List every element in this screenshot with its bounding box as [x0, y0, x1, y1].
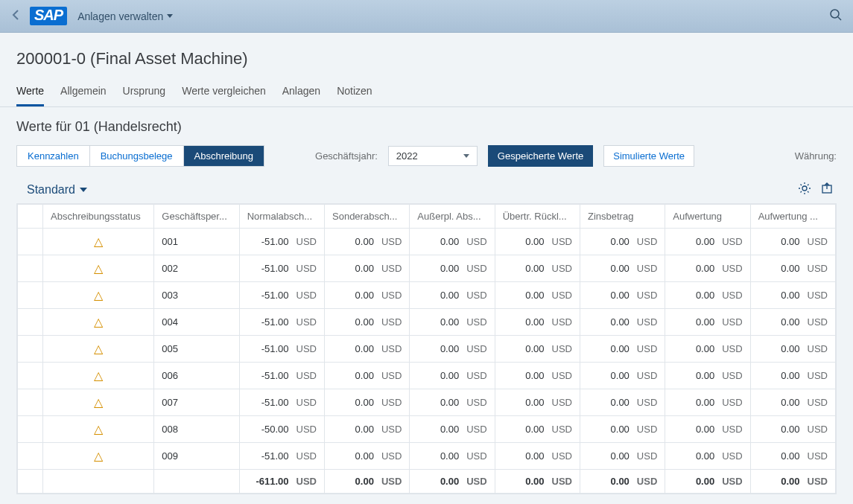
value-cell: 0.00USD — [495, 229, 580, 255]
tab-vgl[interactable]: Werte vergleichen — [182, 80, 266, 106]
table-row[interactable]: △009-51.00USD0.00USD0.00USD0.00USD0.00US… — [18, 443, 836, 470]
value-cell: 0.00USD — [665, 470, 750, 494]
tab-werte[interactable]: Werte — [16, 80, 44, 106]
value-cell: -51.00USD — [239, 336, 324, 363]
row-selector[interactable] — [18, 443, 43, 470]
table-row[interactable]: △005-51.00USD0.00USD0.00USD0.00USD0.00US… — [18, 336, 836, 363]
warning-icon: △ — [51, 449, 146, 463]
value-cell: 0.00USD — [410, 470, 495, 494]
table-row[interactable]: △006-51.00USD0.00USD0.00USD0.00USD0.00US… — [18, 363, 836, 389]
value-cell: 0.00USD — [665, 443, 750, 470]
value-cell: 0.00USD — [580, 336, 665, 363]
value-cell: 0.00USD — [580, 363, 665, 389]
column-header[interactable]: Normalabsch... — [239, 205, 324, 229]
view-variant-select[interactable]: Standard — [27, 183, 87, 197]
warning-icon: △ — [51, 342, 146, 356]
table-row[interactable]: △004-51.00USD0.00USD0.00USD0.00USD0.00US… — [18, 309, 836, 336]
column-header[interactable]: Geschäftsper... — [154, 205, 239, 229]
row-selector[interactable] — [18, 255, 43, 282]
warning-icon: △ — [51, 288, 146, 302]
tab-ursp[interactable]: Ursprung — [123, 80, 166, 106]
row-selector[interactable] — [18, 282, 43, 309]
table-row[interactable]: △008-50.00USD0.00USD0.00USD0.00USD0.00US… — [18, 416, 836, 443]
table-row[interactable]: △002-51.00USD0.00USD0.00USD0.00USD0.00US… — [18, 255, 836, 282]
row-selector[interactable] — [18, 336, 43, 363]
period-cell: 001 — [154, 229, 239, 255]
app-title-text: Anlagen verwalten — [77, 10, 163, 22]
column-header[interactable] — [18, 205, 43, 229]
warning-icon: △ — [51, 369, 146, 383]
segment-kenn[interactable]: Kennzahlen — [17, 146, 90, 166]
value-cell: 0.00USD — [410, 336, 495, 363]
totals-row: -611.00USD0.00USD0.00USD0.00USD0.00USD0.… — [18, 470, 836, 494]
value-cell: 0.00USD — [410, 282, 495, 309]
column-header[interactable]: Aufwertung ... — [750, 205, 835, 229]
tab-not[interactable]: Notizen — [337, 80, 372, 106]
svg-point-0 — [831, 10, 839, 18]
value-cell: 0.00USD — [665, 363, 750, 389]
saved-values-button[interactable]: Gespeicherte Werte — [488, 145, 593, 167]
row-selector[interactable] — [18, 309, 43, 336]
status-cell: △ — [43, 416, 154, 443]
value-cell: 0.00USD — [495, 309, 580, 336]
value-cell: 0.00USD — [580, 255, 665, 282]
row-selector[interactable] — [18, 363, 43, 389]
svg-line-8 — [808, 191, 809, 193]
value-cell: 0.00USD — [495, 336, 580, 363]
period-cell: 006 — [154, 363, 239, 389]
segment-buch[interactable]: Buchungsbelege — [90, 146, 184, 166]
status-cell: △ — [43, 389, 154, 416]
settings-icon[interactable] — [798, 182, 811, 197]
row-selector[interactable] — [18, 416, 43, 443]
svg-point-2 — [802, 186, 807, 191]
export-icon[interactable] — [820, 182, 834, 197]
period-cell: 009 — [154, 443, 239, 470]
value-cell: 0.00USD — [495, 416, 580, 443]
column-header[interactable]: Zinsbetrag — [580, 205, 665, 229]
column-header[interactable]: Sonderabsch... — [325, 205, 410, 229]
value-cell: 0.00USD — [580, 389, 665, 416]
svg-line-7 — [801, 185, 802, 186]
table-toolbar: Standard — [16, 182, 837, 203]
value-cell: 0.00USD — [750, 470, 835, 494]
row-selector[interactable] — [18, 389, 43, 416]
app-title-menu[interactable]: Anlagen verwalten — [77, 10, 173, 22]
value-cell: 0.00USD — [580, 282, 665, 309]
value-cell: 0.00USD — [750, 389, 835, 416]
value-cell: 0.00USD — [495, 255, 580, 282]
status-cell: △ — [43, 443, 154, 470]
value-cell: 0.00USD — [495, 282, 580, 309]
value-cell: 0.00USD — [325, 255, 410, 282]
value-cell: 0.00USD — [325, 389, 410, 416]
table-row[interactable]: △001-51.00USD0.00USD0.00USD0.00USD0.00US… — [18, 229, 836, 255]
value-cell: 0.00USD — [325, 443, 410, 470]
period-cell: 002 — [154, 255, 239, 282]
search-icon[interactable] — [829, 8, 843, 24]
fiscal-year-label: Geschäftsjahr: — [315, 150, 378, 162]
column-header[interactable]: Außerpl. Abs... — [410, 205, 495, 229]
back-icon[interactable] — [10, 9, 22, 23]
value-cell: 0.00USD — [665, 336, 750, 363]
column-header[interactable]: Abschreibungsstatus — [43, 205, 154, 229]
segment-absch[interactable]: Abschreibung — [184, 146, 264, 166]
column-header[interactable]: Aufwertung — [665, 205, 750, 229]
value-cell: 0.00USD — [410, 416, 495, 443]
simulated-values-button[interactable]: Simulierte Werte — [603, 145, 694, 167]
fiscal-year-select[interactable]: 2022 — [388, 146, 478, 166]
value-cell: -51.00USD — [239, 282, 324, 309]
table-row[interactable]: △007-51.00USD0.00USD0.00USD0.00USD0.00US… — [18, 389, 836, 416]
tab-allg[interactable]: Allgemein — [60, 80, 106, 106]
status-cell: △ — [43, 229, 154, 255]
value-cell: 0.00USD — [750, 282, 835, 309]
svg-line-10 — [808, 185, 809, 186]
value-cell: -51.00USD — [239, 255, 324, 282]
table-row[interactable]: △003-51.00USD0.00USD0.00USD0.00USD0.00US… — [18, 282, 836, 309]
value-cell: 0.00USD — [495, 470, 580, 494]
tab-anl[interactable]: Anlagen — [282, 80, 320, 106]
column-header[interactable]: Übertr. Rückl... — [495, 205, 580, 229]
value-cell: 0.00USD — [410, 443, 495, 470]
shell-header: SAP Anlagen verwalten — [0, 0, 853, 33]
row-selector[interactable] — [18, 229, 43, 255]
value-cell: 0.00USD — [750, 255, 835, 282]
status-cell: △ — [43, 309, 154, 336]
